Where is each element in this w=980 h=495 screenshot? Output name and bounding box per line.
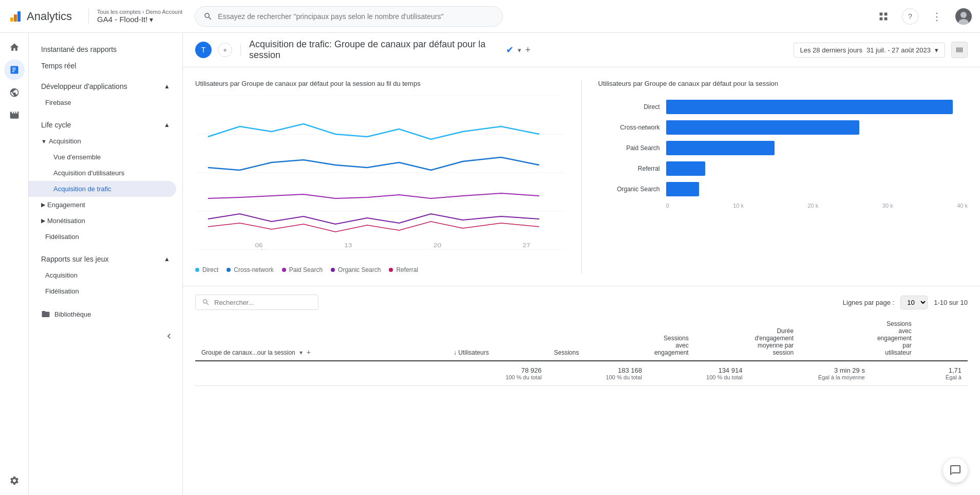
date-range-value: 31 juil. - 27 août 2023 (866, 46, 931, 54)
col-header-utilisateurs[interactable]: ↓ Utilisateurs (447, 316, 548, 361)
avatar[interactable] (955, 8, 972, 25)
legend-direct[interactable]: Direct (195, 266, 218, 273)
explore-icon (9, 87, 20, 98)
sidebar-item-acquisition-trafic[interactable]: Acquisition de trafic (29, 181, 176, 197)
total-label (195, 361, 447, 386)
total-sessions-engagement: 134 914 100 % du total (648, 361, 748, 386)
bar-fill-direct (666, 100, 953, 114)
col-header-sessions-engagement[interactable]: Sessions avec engagement (648, 316, 748, 361)
checkmark-icon: ✔ (506, 44, 514, 56)
chevron-up-icon-jeux: ▲ (164, 255, 170, 263)
chevron-down-icon-date: ▾ (935, 46, 938, 54)
table-section: Lignes par page : 10 25 50 1-10 sur 10 G… (183, 286, 980, 394)
svg-rect-1 (14, 14, 17, 22)
sidebar-dev-apps[interactable]: Développeur d'applications ▲ (29, 78, 182, 95)
total-duree: 3 min 29 s Égal à la moyenne (748, 361, 871, 386)
col-header-sessions-engagement-user[interactable]: Sessions avec engagement par utilisateur (871, 316, 968, 361)
nav-home[interactable] (4, 37, 25, 58)
col-header-duree[interactable]: Durée d'engagement moyenne par session (748, 316, 871, 361)
line-chart-title: Utilisateurs par Groupe de canaux par dé… (195, 80, 565, 87)
sidebar-item-vue-ensemble[interactable]: Vue d'ensemble (29, 149, 182, 165)
chat-support-button[interactable] (943, 458, 968, 483)
topbar-actions: ? ⋮ (873, 6, 972, 27)
sidebar-engagement-group[interactable]: ▶ Engagement (29, 197, 182, 213)
report-add-button[interactable]: + (525, 45, 531, 56)
search-bar[interactable] (195, 6, 503, 27)
table-header-row: Groupe de canaux...our la session ▾ + ↓ … (195, 316, 968, 361)
sidebar-section-realtime[interactable]: Temps réel (29, 58, 182, 74)
sidebar-item-bibliotheque[interactable]: Bibliothèque (29, 305, 182, 323)
table-total-row: 78 926 100 % du total 183 168 100 % du t… (195, 361, 968, 386)
sidebar-item-jeux-fidelisation[interactable]: Fidélisation (29, 283, 182, 299)
topbar: Analytics Tous les comptes › Demo Accoun… (0, 0, 980, 33)
lines-per-page-label: Lignes par page : (843, 299, 894, 306)
report-title: Acquisition de trafic: Groupe de canaux … (249, 39, 500, 61)
filter-icon: ▾ (299, 349, 303, 356)
chevron-up-icon-lifecycle: ▲ (164, 121, 170, 129)
sidebar-acquisition-group[interactable]: ▼ Acquisition (29, 133, 182, 149)
main-content: T + Acquisition de trafic: Groupe de can… (183, 33, 980, 495)
sidebar-item-firebase[interactable]: Firebase (29, 95, 182, 111)
sidebar-item-jeux-acquisition[interactable]: Acquisition (29, 267, 182, 283)
col-header-canal[interactable]: Groupe de canaux...our la session ▾ + (195, 316, 447, 361)
report-title-actions: ✔ ▾ + (506, 44, 531, 56)
compare-view-button[interactable] (951, 42, 968, 58)
legend-paid-search[interactable]: Paid Search (282, 266, 323, 273)
nav-settings[interactable] (4, 470, 25, 491)
bar-row-referral: Referral (598, 161, 968, 176)
nav-advertising[interactable] (4, 105, 25, 125)
bar-label-paid-search: Paid Search (598, 144, 660, 152)
legend-cross-network[interactable]: Cross-network (227, 266, 273, 273)
breadcrumb-account[interactable]: GA4 - Flood-It! ▾ (97, 15, 182, 24)
grid-menu-button[interactable] (873, 6, 894, 27)
line-chart: 3 k 2 k 1 k 0 (195, 96, 565, 260)
sidebar-group-dev: Développeur d'applications ▲ Firebase (29, 78, 182, 111)
sidebar-item-fidelisation[interactable]: Fidélisation (29, 229, 182, 245)
sidebar-section-instant[interactable]: Instantané des rapports (29, 41, 182, 58)
svg-text:06: 06 (255, 242, 262, 248)
svg-rect-2 (17, 11, 21, 22)
date-range-selector[interactable]: Les 28 derniers jours 31 juil. - 27 août… (794, 43, 945, 58)
table-search-bar[interactable] (195, 295, 318, 310)
expand-arrow-right-icon2: ▶ (41, 217, 45, 224)
bar-track-referral (666, 161, 968, 176)
sidebar-collapse-button[interactable] (164, 331, 174, 343)
more-options-button[interactable]: ⋮ (927, 6, 947, 27)
col-header-sessions[interactable]: Sessions (548, 316, 648, 361)
bar-chart: Direct Cross-network Paid Search (598, 96, 968, 213)
sidebar-jeux[interactable]: Rapports sur les jeux ▲ (29, 251, 182, 267)
table-toolbar: Lignes par page : 10 25 50 1-10 sur 10 (195, 295, 968, 310)
sidebar-item-acquisition-users[interactable]: Acquisition d'utilisateurs (29, 165, 182, 181)
sidebar: Instantané des rapports Temps réel Dével… (29, 33, 183, 495)
report-tab-add[interactable]: + (218, 43, 232, 57)
icon-nav (0, 33, 29, 495)
chevron-down-icon: ▾ (149, 15, 153, 24)
table-search-input[interactable] (214, 299, 312, 306)
report-options-button[interactable]: ▾ (518, 46, 521, 54)
advertising-icon (9, 110, 20, 120)
line-chart-legend: Direct Cross-network Paid Search Organic… (195, 266, 565, 273)
help-button[interactable]: ? (902, 8, 918, 25)
chevron-up-icon: ▲ (164, 83, 170, 90)
legend-referral[interactable]: Referral (389, 266, 418, 273)
total-utilisateurs: 78 926 100 % du total (447, 361, 548, 386)
breadcrumb-path: Tous les comptes › Demo Account (97, 9, 182, 15)
lines-per-page-select[interactable]: 10 25 50 (900, 296, 928, 309)
sidebar-group-lifecycle: Life cycle ▲ ▼ Acquisition Vue d'ensembl… (29, 117, 182, 245)
sidebar-monetisation-group[interactable]: ▶ Monétisation (29, 213, 182, 229)
search-input[interactable] (218, 12, 494, 21)
bar-chart-title: Utilisateurs par Groupe de canaux par dé… (598, 80, 968, 87)
bar-label-direct: Direct (598, 103, 660, 111)
total-sessions: 183 168 100 % du total (548, 361, 648, 386)
nav-reports[interactable] (4, 60, 25, 80)
legend-organic-search[interactable]: Organic Search (331, 266, 381, 273)
user-avatar-icon (955, 8, 972, 25)
bar-track-direct (666, 100, 968, 114)
sidebar-lifecycle[interactable]: Life cycle ▲ (29, 117, 182, 133)
settings-icon (9, 475, 20, 486)
report-tab-t[interactable]: T (195, 42, 212, 58)
main-layout: Instantané des rapports Temps réel Dével… (0, 33, 980, 495)
nav-explore[interactable] (4, 82, 25, 103)
add-col-icon: + (307, 348, 311, 356)
svg-text:13: 13 (344, 242, 352, 248)
